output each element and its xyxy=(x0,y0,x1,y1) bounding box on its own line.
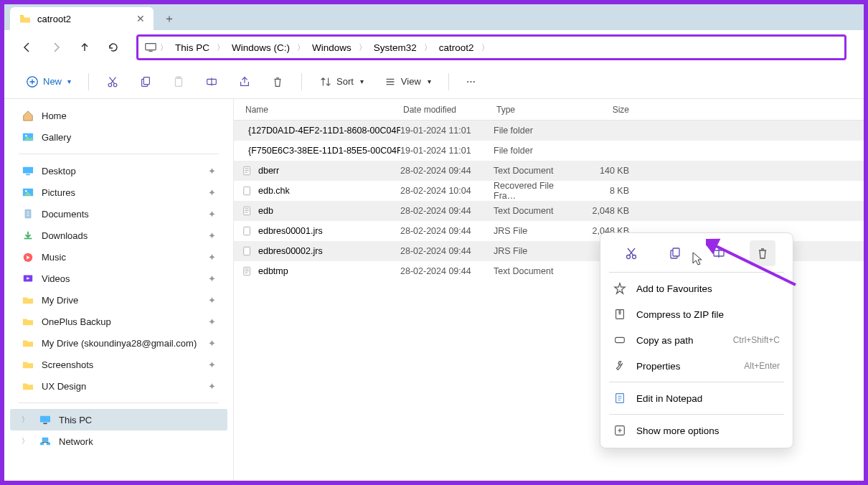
sidebar-item-gallery[interactable]: Gallery xyxy=(10,126,227,148)
paste-button[interactable] xyxy=(165,70,192,93)
svg-rect-5 xyxy=(143,77,149,84)
column-size[interactable]: Size xyxy=(569,105,641,115)
sidebar-item[interactable]: Screenshots✦ xyxy=(10,354,227,375)
folder-icon xyxy=(22,359,34,370)
svg-rect-19 xyxy=(40,443,44,446)
file-icon xyxy=(242,185,253,197)
pc-icon xyxy=(39,415,52,425)
cut-button[interactable] xyxy=(99,70,126,93)
file-icon xyxy=(242,265,253,277)
sidebar-item-network[interactable]: 〉 Network xyxy=(10,430,227,452)
copy-button[interactable] xyxy=(132,70,159,93)
folder-icon xyxy=(22,316,34,327)
column-type[interactable]: Type xyxy=(494,105,569,115)
breadcrumb-item[interactable]: System32 xyxy=(369,41,421,55)
network-icon xyxy=(39,436,52,446)
add-tab-button[interactable]: ＋ xyxy=(156,7,182,30)
sidebar-item[interactable]: Pictures✦ xyxy=(10,182,227,203)
chevron-right-icon: 〉 xyxy=(22,436,32,446)
ctx-favourites[interactable]: Add to Favourites xyxy=(603,276,790,301)
folder-icon xyxy=(22,187,34,198)
svg-rect-21 xyxy=(244,166,250,174)
new-button[interactable]: New ▾ xyxy=(19,70,78,93)
zip-icon xyxy=(613,308,626,321)
up-button[interactable] xyxy=(73,36,96,59)
breadcrumb[interactable]: 〉 This PC 〉 Windows (C:) 〉 Windows 〉 Sys… xyxy=(136,34,846,60)
folder-icon xyxy=(22,165,34,176)
file-icon xyxy=(242,165,253,176)
breadcrumb-item[interactable]: This PC xyxy=(171,41,214,55)
breadcrumb-item[interactable]: Windows xyxy=(308,41,356,55)
tab-bar: catroot2 ✕ ＋ xyxy=(4,4,864,30)
ctx-copy-button[interactable] xyxy=(662,240,688,266)
chevron-right-icon: 〉 xyxy=(217,42,225,53)
svg-rect-22 xyxy=(244,187,250,194)
close-icon[interactable]: ✕ xyxy=(136,13,145,24)
sidebar-item-this-pc[interactable]: 〉 This PC xyxy=(10,409,227,430)
nav-bar: 〉 This PC 〉 Windows (C:) 〉 Windows 〉 Sys… xyxy=(4,30,864,65)
ctx-more-options[interactable]: Show more options xyxy=(603,418,790,443)
sidebar-item[interactable]: UX Design✦ xyxy=(10,375,227,397)
chevron-right-icon: 〉 xyxy=(424,42,432,53)
file-row[interactable]: edb.chk 28-02-2024 10:04 Recovered File … xyxy=(234,181,864,201)
more-button[interactable]: ⋯ xyxy=(459,70,483,93)
forward-button[interactable] xyxy=(44,36,67,59)
file-row[interactable]: {127D0A1D-4EF2-11D1-8608-00C04FC295… 19-… xyxy=(234,121,864,141)
ctx-notepad[interactable]: Edit in Notepad xyxy=(603,385,790,411)
svg-rect-0 xyxy=(146,44,156,50)
sidebar-item[interactable]: OnePlus Backup✦ xyxy=(10,311,227,332)
sidebar-item[interactable]: Desktop✦ xyxy=(10,160,227,182)
chevron-right-icon: 〉 xyxy=(481,42,489,53)
folder-icon xyxy=(22,337,34,349)
column-name[interactable]: Name xyxy=(242,105,400,115)
file-row[interactable]: edb 28-02-2024 09:44 Text Document 2,048… xyxy=(234,201,864,221)
sidebar-item[interactable]: Music✦ xyxy=(10,246,227,268)
pin-icon: ✦ xyxy=(208,252,216,263)
ctx-properties[interactable]: Properties Alt+Enter xyxy=(603,353,790,379)
ctx-cut-button[interactable] xyxy=(618,240,644,266)
svg-point-10 xyxy=(25,135,27,137)
delete-button[interactable] xyxy=(264,70,291,93)
pin-icon: ✦ xyxy=(208,338,216,349)
share-button[interactable] xyxy=(231,70,258,93)
pin-icon: ✦ xyxy=(208,359,216,370)
breadcrumb-item[interactable]: catroot2 xyxy=(435,41,478,55)
sidebar-item[interactable]: My Drive (skoundinya28@gmail.com)✦ xyxy=(10,332,227,354)
view-button[interactable]: View▾ xyxy=(377,70,438,93)
file-row[interactable]: dberr 28-02-2024 09:44 Text Document 140… xyxy=(234,161,864,181)
sidebar-item[interactable]: Videos✦ xyxy=(10,268,227,289)
gallery-icon xyxy=(22,131,34,143)
column-date[interactable]: Date modified xyxy=(400,105,494,115)
sidebar-item-home[interactable]: Home xyxy=(10,105,227,126)
chevron-right-icon: 〉 xyxy=(160,42,168,53)
ctx-delete-button[interactable] xyxy=(750,240,775,266)
folder-icon xyxy=(22,208,34,220)
chevron-right-icon: 〉 xyxy=(22,415,32,425)
refresh-button[interactable] xyxy=(102,36,125,59)
context-menu: Add to Favourites Compress to ZIP file C… xyxy=(600,232,793,448)
svg-point-2 xyxy=(108,83,112,87)
svg-point-3 xyxy=(113,83,117,87)
svg-rect-18 xyxy=(42,438,49,441)
column-headers[interactable]: Name Date modified Type Size xyxy=(234,99,864,121)
ctx-copy-path[interactable]: Copy as path Ctrl+Shift+C xyxy=(603,327,790,353)
ctx-compress[interactable]: Compress to ZIP file xyxy=(603,301,790,327)
pc-icon xyxy=(144,42,157,53)
pin-icon: ✦ xyxy=(208,273,216,284)
sidebar-item[interactable]: Downloads✦ xyxy=(10,225,227,246)
sidebar-item[interactable]: Documents✦ xyxy=(10,203,227,225)
svg-rect-26 xyxy=(244,267,250,275)
svg-rect-30 xyxy=(673,248,679,256)
ctx-rename-button[interactable] xyxy=(706,240,732,266)
sort-button[interactable]: Sort▾ xyxy=(312,70,371,93)
svg-rect-25 xyxy=(244,247,250,255)
folder-icon xyxy=(22,273,34,284)
sidebar-item[interactable]: My Drive✦ xyxy=(10,289,227,311)
breadcrumb-item[interactable]: Windows (C:) xyxy=(227,41,294,55)
back-button[interactable] xyxy=(16,36,39,59)
tab-catroot2[interactable]: catroot2 ✕ xyxy=(10,7,154,30)
home-icon xyxy=(22,110,34,121)
path-icon xyxy=(613,334,626,347)
file-row[interactable]: {F750E6C3-38EE-11D1-85E5-00C04FC295… 19-… xyxy=(234,141,864,161)
rename-button[interactable] xyxy=(198,70,225,93)
